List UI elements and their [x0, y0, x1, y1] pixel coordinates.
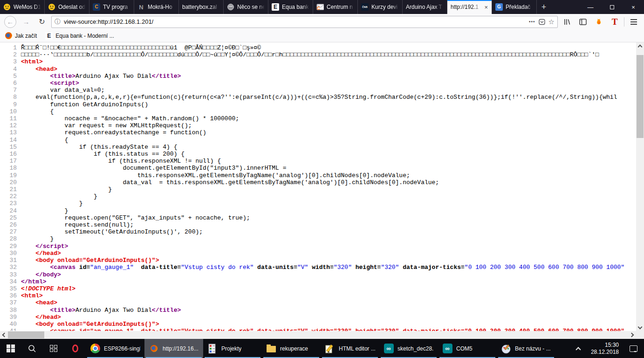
- line-number: 15: [0, 144, 17, 151]
- system-tray: 15:30 28.12.2018: [571, 339, 644, 358]
- line-number: 25: [0, 214, 17, 221]
- restore-button[interactable]: [601, 0, 623, 14]
- scroll-left-arrow[interactable]: [2, 333, 7, 337]
- task-view-button[interactable]: [43, 339, 64, 358]
- menu-button[interactable]: [627, 15, 640, 28]
- scroll-down-arrow[interactable]: [638, 325, 643, 330]
- line-number: 1: [0, 44, 17, 51]
- opera-icon: [72, 344, 78, 352]
- taskbar-app-3[interactable]: rekuperace: [262, 339, 321, 358]
- url-bar[interactable]: ⓘ view-source:http://192.168.1.201/ ••• …: [51, 16, 558, 28]
- source-code: 1Ř□□□Ŕ¨□!□□€□□□□□□□□□□□□□□□□□□□□□□□□□□□□…: [0, 42, 636, 339]
- taskbar-app-2[interactable]: Projekty: [203, 339, 262, 358]
- taskbar-app-5[interactable]: ∞sketch_dec28...: [379, 339, 438, 358]
- bookmarks-toolbar: Jak začítEEqua bank - Moderní ...: [0, 29, 644, 42]
- source-line: 13 request.onreadystatechange = function…: [0, 129, 636, 136]
- horizontal-scrollbar[interactable]: [0, 331, 636, 339]
- pocket-icon[interactable]: [539, 19, 545, 25]
- tab-7[interactable]: Centrum n: [313, 0, 358, 14]
- forward-button[interactable]: →: [20, 15, 33, 28]
- tab-9[interactable]: Arduino Ajax T: [403, 0, 447, 14]
- horizontal-scroll-thumb[interactable]: [8, 331, 44, 338]
- smiley-favicon: [3, 3, 11, 11]
- start-button[interactable]: [0, 339, 21, 358]
- tab-5[interactable]: Něco se ne: [224, 0, 268, 14]
- scroll-right-arrow[interactable]: [630, 333, 634, 337]
- chrome-icon: [90, 344, 100, 353]
- forward-icon: →: [23, 18, 30, 26]
- tab-2[interactable]: CTV progra: [89, 0, 134, 14]
- scrollbar-corner: [636, 331, 644, 339]
- folder-icon: [267, 346, 276, 352]
- tab-10-active[interactable]: http://192.1×: [447, 0, 492, 14]
- line-number: 8: [0, 94, 17, 101]
- bookmark-star-icon[interactable]: ☆: [548, 18, 555, 26]
- tab-6[interactable]: EEqua bank: [268, 0, 313, 14]
- source-line: 22 }: [0, 193, 636, 200]
- line-number: 18: [0, 165, 17, 172]
- reload-button[interactable]: ↻: [35, 15, 48, 28]
- source-line: 26 request.send(null);: [0, 221, 636, 228]
- line-number: 26: [0, 221, 17, 228]
- vertical-scrollbar[interactable]: [636, 42, 644, 331]
- tab-11[interactable]: GPřekladač: [492, 0, 537, 14]
- source-line: 34</html>: [0, 278, 636, 285]
- smiley-favicon: [48, 3, 55, 11]
- task-view-icon: [50, 345, 57, 352]
- n-favicon: N: [137, 3, 145, 11]
- tab-label: batterybox.zal: [182, 4, 220, 10]
- tab-close-icon[interactable]: ×: [484, 4, 488, 11]
- page-actions-icon[interactable]: •••: [529, 19, 535, 24]
- tab-1[interactable]: Odeslat od: [45, 0, 89, 14]
- line-number: 34: [0, 278, 17, 285]
- scroll-up-arrow[interactable]: [638, 45, 643, 49]
- search-button[interactable]: [21, 339, 43, 358]
- taskbar-clock[interactable]: 15:30 28.12.2018: [587, 342, 623, 356]
- tab-8[interactable]: ČNBKurzy devi: [358, 0, 403, 14]
- taskbar-app-0[interactable]: ESP8266-singl...: [86, 339, 144, 358]
- bookmark-0[interactable]: Jak začít: [5, 32, 37, 40]
- opera-button[interactable]: [64, 339, 86, 358]
- tab-label: Něco se ne: [237, 4, 265, 10]
- minimize-button[interactable]: —: [580, 0, 601, 14]
- source-line: 18 document.getElementById("input3").inn…: [0, 165, 636, 172]
- taskbar-app-label: http://192.16...: [163, 345, 199, 352]
- action-center-button[interactable]: [624, 345, 642, 352]
- source-line: 29 </script>: [0, 243, 636, 250]
- source-line: 33 </body>: [0, 271, 636, 278]
- library-button[interactable]: [561, 15, 574, 28]
- taskbar-app-6[interactable]: ∞COM5: [438, 339, 497, 358]
- new-tab-button[interactable]: +: [537, 0, 551, 14]
- line-number: 12: [0, 122, 17, 129]
- clock-date: 28.12.2018: [591, 349, 619, 356]
- tab-4[interactable]: batterybox.zal: [179, 0, 224, 14]
- page-info-icon[interactable]: ⓘ: [55, 18, 61, 26]
- taskbar-app-7[interactable]: Bez názvu - ...: [497, 339, 555, 358]
- clock-time: 15:30: [591, 342, 619, 349]
- vertical-scroll-thumb[interactable]: [637, 55, 644, 138]
- extension-t-button[interactable]: T: [608, 15, 621, 28]
- source-line: 14 {: [0, 137, 636, 144]
- taskbar-app-label: HTML editor ...: [339, 345, 375, 352]
- html-editor-icon: [325, 344, 335, 354]
- line-number: 22: [0, 193, 17, 200]
- line-number: 3: [0, 58, 17, 65]
- sidebar-button[interactable]: [576, 15, 589, 28]
- tab-3[interactable]: NMokrá-Ho: [134, 0, 179, 14]
- bookmark-1[interactable]: EEqua bank - Moderní ...: [45, 32, 114, 40]
- line-number: 2: [0, 51, 17, 58]
- taskbar-app-4[interactable]: HTML editor ...: [321, 339, 379, 358]
- line-number: 29: [0, 243, 17, 250]
- url-text[interactable]: view-source:http://192.168.1.201/: [64, 18, 526, 25]
- view-source-content: 1Ř□□□Ŕ¨□!□□€□□□□□□□□□□□□□□□□□□□□□□□□□□□□…: [0, 42, 644, 339]
- tab-0[interactable]: WeMos D1: [0, 0, 45, 14]
- close-window-button[interactable]: ×: [623, 0, 644, 14]
- back-button[interactable]: ←: [4, 15, 17, 28]
- line-number: 13: [0, 129, 17, 136]
- taskbar-app-label: Bez názvu - ...: [515, 345, 551, 352]
- taskbar-app-1[interactable]: http://192.16...: [144, 339, 203, 358]
- extension-flame-button[interactable]: [592, 15, 605, 28]
- tray-expand-button[interactable]: [571, 346, 585, 351]
- tab-label: Centrum n: [327, 4, 354, 10]
- firefox-icon: [5, 32, 12, 39]
